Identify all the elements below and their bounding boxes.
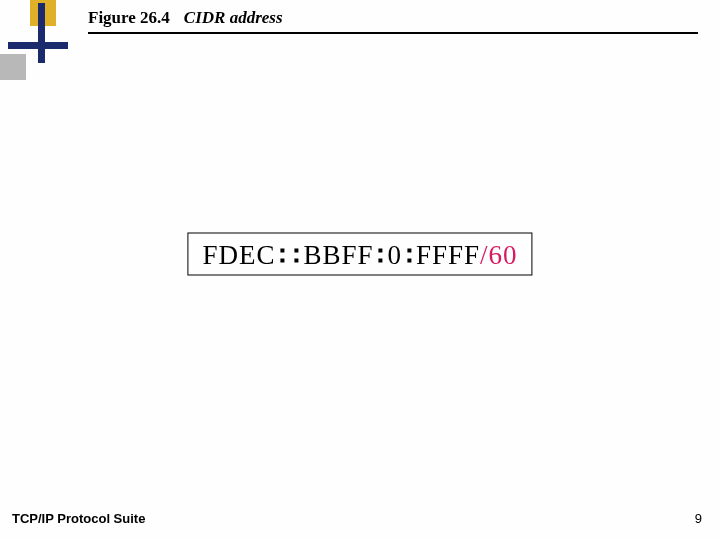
title-underline [88,32,698,34]
cidr-seg-4: FFFF [416,240,480,271]
cidr-seg-2: BBFF [303,240,373,271]
figure-title: CIDR address [184,8,283,28]
colon-icon [407,248,411,262]
navy-bar-vertical [38,3,45,63]
page-number: 9 [695,511,702,526]
cidr-seg-3: 0 [388,240,403,271]
footer-suite: TCP/IP Protocol Suite [12,511,145,526]
gray-square [0,54,26,80]
colon-icon [379,248,383,262]
title-row: Figure 26.4 CIDR address [88,8,283,28]
figure-label: Figure 26.4 [88,8,170,28]
cidr-seg-1: FDEC [202,240,275,271]
double-colon-icon [280,248,284,262]
slide-corner-decoration [0,0,90,90]
cidr-address-box: FDEC BBFF 0 FFFF /60 [187,233,532,276]
double-colon-icon [294,248,298,262]
cidr-prefix: /60 [480,240,518,271]
